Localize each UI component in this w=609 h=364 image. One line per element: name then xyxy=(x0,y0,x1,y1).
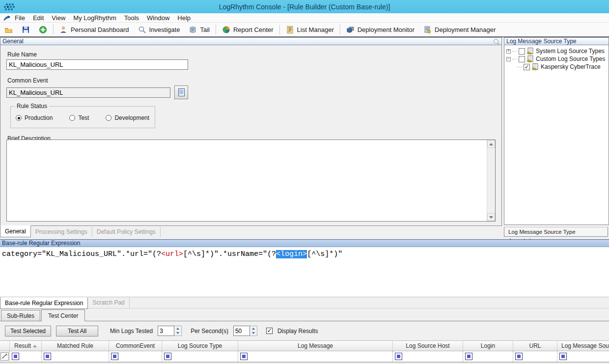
column-header-log-message[interactable]: Log Message xyxy=(238,341,393,351)
new-button[interactable] xyxy=(34,24,52,35)
open-button[interactable] xyxy=(0,24,17,35)
tab-general[interactable]: General xyxy=(0,225,31,237)
filter-cell-login[interactable] xyxy=(463,351,513,362)
magnifier-icon xyxy=(138,26,146,34)
filter-box-icon[interactable] xyxy=(395,353,402,360)
title-bar: LogRhythm Console - [Rule Builder (Custo… xyxy=(0,0,609,13)
system-types-checkbox[interactable] xyxy=(519,48,525,55)
menu-file[interactable]: File xyxy=(11,13,29,23)
description-scrollbar[interactable] xyxy=(487,140,495,221)
custom-types-checkbox[interactable] xyxy=(519,56,525,62)
save-button[interactable] xyxy=(17,24,34,35)
tab-sub-rules[interactable]: Sub-Rules xyxy=(1,310,40,321)
filter-box-icon[interactable] xyxy=(164,353,171,360)
column-header-login[interactable]: Login xyxy=(463,341,513,351)
brief-description-field xyxy=(6,140,496,222)
filter-cell-log-source-host[interactable] xyxy=(393,351,463,362)
tab-base-rule-regex[interactable]: Base-rule Regular Expression xyxy=(0,297,88,309)
pie-chart-icon xyxy=(222,26,230,34)
kaspersky-checkbox[interactable]: ✓ xyxy=(524,64,530,70)
column-header-url[interactable]: URL xyxy=(513,341,557,351)
menu-edit[interactable]: Edit xyxy=(29,13,48,23)
general-panel: General Rule Name Common Event xyxy=(0,37,502,238)
menu-help[interactable]: Help xyxy=(173,13,194,23)
app-menu-icon[interactable] xyxy=(3,15,11,21)
tail-button[interactable]: Tail xyxy=(184,24,214,35)
radio-production[interactable] xyxy=(16,115,22,121)
column-header-log-source-host[interactable]: Log Source Host xyxy=(393,341,463,351)
column-header-result[interactable]: Result xyxy=(10,341,42,351)
filter-box-icon[interactable] xyxy=(515,353,523,360)
column-header-log-message-source[interactable]: Log Message Sou xyxy=(557,341,609,351)
list-page-icon xyxy=(286,26,294,34)
menu-tools[interactable]: Tools xyxy=(120,13,143,23)
general-panel-body: Rule Name Common Event Rule Status Produ xyxy=(0,45,502,226)
source-associations-tab[interactable]: Log Message Source Type Associations xyxy=(504,227,608,237)
test-selected-button[interactable]: Test Selected xyxy=(5,326,51,336)
test-all-button[interactable]: Test All xyxy=(56,326,98,336)
general-panel-header: General xyxy=(0,37,502,45)
filter-cell-log-message[interactable] xyxy=(238,351,393,362)
tree-item-custom-log-source-types[interactable]: − Custom Log Source Types xyxy=(506,55,609,63)
tree-item-label: Kaspersky CyberTrace xyxy=(541,63,601,70)
filter-box-icon[interactable] xyxy=(559,353,567,360)
per-second-label: Per Second(s) xyxy=(191,328,228,335)
per-second-spin-buttons[interactable] xyxy=(250,326,257,336)
brief-description-textarea[interactable] xyxy=(7,140,487,221)
tree-item-system-log-source-types[interactable]: + System Log Source Types xyxy=(506,47,609,55)
common-event-label: Common Event xyxy=(7,77,496,84)
tab-default-policy-settings[interactable]: Default Policy Settings xyxy=(92,227,161,237)
common-event-browse-button[interactable] xyxy=(174,85,188,99)
filter-box-icon[interactable] xyxy=(240,353,248,360)
tab-scratch-pad[interactable]: Scratch Pad xyxy=(88,298,129,308)
tab-processing-settings[interactable]: Processing Settings xyxy=(31,227,92,237)
deployment-manager-button[interactable]: Deployment Manager xyxy=(419,24,500,35)
collapse-minus-icon[interactable]: − xyxy=(506,57,511,61)
list-browse-icon xyxy=(177,88,186,97)
radio-development[interactable] xyxy=(106,115,111,121)
column-header-log-source-type[interactable]: Log Source Type xyxy=(162,341,238,351)
deployment-monitor-button[interactable]: Deployment Monitor xyxy=(342,24,419,35)
radio-production-label: Production xyxy=(25,114,53,121)
personal-dashboard-button[interactable]: Personal Dashboard xyxy=(55,24,134,35)
list-manager-button[interactable]: List Manager xyxy=(281,24,338,35)
common-event-input[interactable] xyxy=(6,87,170,98)
expand-plus-icon[interactable]: + xyxy=(506,49,511,54)
tree-connector xyxy=(512,59,517,59)
tab-test-center[interactable]: Test Center xyxy=(41,309,85,321)
test-center-toolbar: Test Selected Test All Min Logs Tested P… xyxy=(0,321,609,340)
per-second-input[interactable] xyxy=(233,326,250,336)
investigate-button[interactable]: Investigate xyxy=(134,24,185,35)
scrollbar-down-button[interactable] xyxy=(487,213,495,221)
filter-cell-result[interactable] xyxy=(10,351,42,362)
filter-box-icon[interactable] xyxy=(44,353,51,360)
filter-cell-matched-rule[interactable] xyxy=(42,351,109,362)
pin-icon[interactable] xyxy=(493,38,499,45)
menu-my-logrhythm[interactable]: My LogRhythm xyxy=(69,13,120,23)
scrollbar-up-button[interactable] xyxy=(487,140,495,148)
investigate-label: Investigate xyxy=(149,26,180,33)
tree-item-kaspersky-cybertrace[interactable]: ✓ Kaspersky CyberTrace xyxy=(506,63,609,71)
filter-edit-cell[interactable] xyxy=(0,351,10,362)
toolbar-separator xyxy=(216,25,216,34)
filter-cell-common-event[interactable] xyxy=(109,351,162,362)
min-logs-label: Min Logs Tested xyxy=(110,328,153,335)
min-logs-input[interactable] xyxy=(158,326,174,336)
display-results-checkbox[interactable]: ✓ xyxy=(266,328,273,334)
column-header-common-event[interactable]: CommonEvent xyxy=(109,341,162,351)
menu-window[interactable]: Window xyxy=(143,13,173,23)
filter-cell-url[interactable] xyxy=(513,351,557,362)
row-selector-header xyxy=(0,341,10,351)
filter-box-icon[interactable] xyxy=(111,353,118,360)
filter-box-icon[interactable] xyxy=(465,353,472,360)
filter-cell-log-message-source[interactable] xyxy=(557,351,609,362)
rule-name-input[interactable] xyxy=(6,59,188,70)
report-center-button[interactable]: Report Center xyxy=(218,24,278,35)
radio-test[interactable] xyxy=(69,115,75,121)
filter-cell-log-source-type[interactable] xyxy=(162,351,238,362)
min-logs-spin-buttons[interactable] xyxy=(174,326,182,336)
regex-editor[interactable]: category="KL_Malicious_URL".*url="(?<url… xyxy=(0,247,609,297)
filter-box-icon[interactable] xyxy=(12,353,19,360)
menu-view[interactable]: View xyxy=(48,13,69,23)
column-header-matched-rule[interactable]: Matched Rule xyxy=(42,341,109,351)
